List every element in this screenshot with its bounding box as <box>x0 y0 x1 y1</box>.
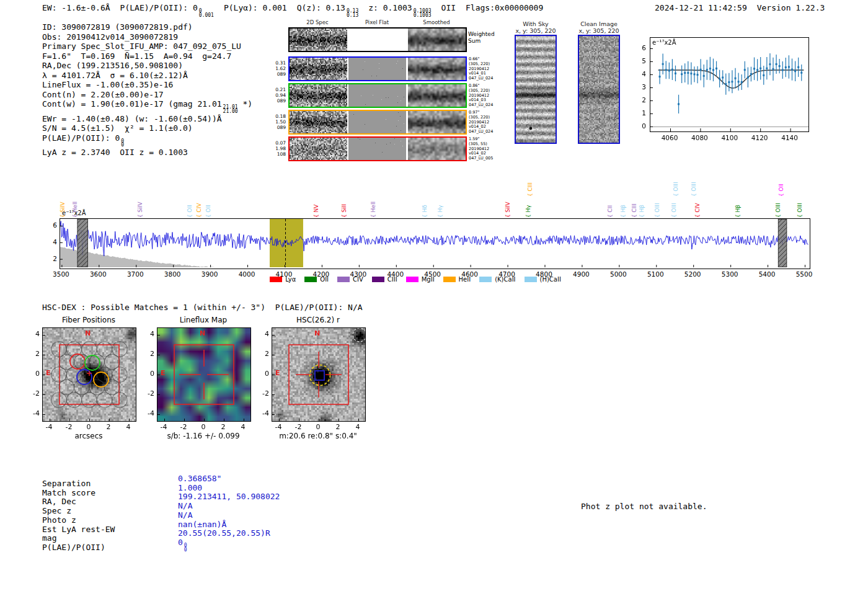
fit-x-tick-label: 4120 <box>750 134 769 141</box>
cutout-x-tick-label: 4 <box>350 423 365 431</box>
emission-line-label: { OIII <box>797 203 803 218</box>
full-spectrum-frame <box>60 218 810 269</box>
emission-line-label: { HeII <box>72 202 78 218</box>
spec2d-image <box>290 138 347 160</box>
emission-line-label: { OII <box>778 184 784 197</box>
emission-line-label: { SiIV <box>137 202 143 218</box>
cutout-x-tick-label: -2 <box>291 423 306 431</box>
spectrum-x-tick-label: 3700 <box>124 270 146 278</box>
legend-label: CIII <box>388 276 397 283</box>
spec2d-cell <box>408 58 466 80</box>
right-label-line: 047_LU_024 <box>469 103 506 108</box>
lineflux_map-canvas <box>157 328 250 421</box>
emission-line-label: { Hβ <box>639 205 645 218</box>
cutout-x-tick-label: 0 <box>311 423 326 431</box>
match-row-value-text: 20.55(20.55,20.55)R <box>178 528 270 538</box>
spec2d-cell <box>348 58 406 80</box>
timestamp-version: 2024-12-21 11:42:59Version 1.22.3 <box>655 3 825 13</box>
info-line: S/N = 4.5(±1.5) χ² = 1.1(±0.0) <box>42 123 252 133</box>
match-row-label: Separation <box>42 479 115 489</box>
cutout-x-tick-label: -2 <box>61 423 76 431</box>
spec2d-row <box>288 56 467 81</box>
compass-east-label: E <box>161 369 166 377</box>
compass-east-label: E <box>275 369 280 377</box>
info-line-text: λ = 4101.72Å σ = 6.10(±2.12)Å <box>42 71 188 80</box>
legend-label: OII <box>320 276 329 283</box>
pixel-flat-image <box>348 29 406 51</box>
emission-line-label: { SiII <box>341 204 347 218</box>
spec2d-image <box>290 84 347 107</box>
emission-line-label: { SiIV <box>505 202 511 218</box>
left-label-line: 0.21 <box>270 87 286 92</box>
match-row-value-text: 0 <box>178 538 183 547</box>
spectrum-x-tick-label: 5100 <box>644 270 666 278</box>
match-row-label: Spec z <box>42 507 115 516</box>
spectrum-legend: LyαOIICIVCIIIMgIIHeII(K)CaII(H)CaII <box>217 276 614 283</box>
info-line: Obs: 20190412v014_3090072819 <box>42 32 252 42</box>
sub-value: 0.1003 <box>414 14 432 18</box>
info-line: Cont(w) = 1.90(±0.01)e-17 (gmag 21.0121.… <box>42 99 252 114</box>
fit-x-tick-label: 4140 <box>781 134 799 141</box>
info-line-text: ID: 3090072819 (3090072819.pdf) <box>42 22 193 32</box>
fit-x-tick-label: 4060 <box>660 134 679 141</box>
info-line: Primary Spec_Slot_IFU_AMP: 047_092_075_L… <box>42 42 252 51</box>
fit-x-tick-label: 4080 <box>690 134 709 141</box>
cutout-x-tick-label: -4 <box>156 423 171 431</box>
info-line-text: P(LAE)/P(OII): 0 <box>42 133 120 143</box>
legend-swatch <box>525 277 537 282</box>
match-row-label: Photo z <box>42 516 115 525</box>
spec2d-cell <box>408 29 466 51</box>
left-label-line: 108 <box>270 151 286 157</box>
info-line: LineFlux = -1.00(±0.35)e-16 <box>42 80 252 90</box>
spec2d-left-label: 0.071.98108 <box>270 140 286 157</box>
legend-item: (H)CaII <box>525 276 561 283</box>
compass-north-label: N <box>314 329 320 337</box>
info-line: LyA z = 2.3740 OII z = 0.1003 <box>42 148 252 158</box>
match-row-value-text: 199.213411, 50.908022 <box>178 492 280 501</box>
emission-line-label: { OIII <box>654 203 660 218</box>
emission-line-label: { SiIV <box>60 202 66 218</box>
legend-label: CIV <box>353 276 363 283</box>
cutout-y-tick-label: -2 <box>25 389 40 398</box>
header-part: Q(z): 0.130.130.13 <box>297 3 359 12</box>
weighted-sum-line: Weighted <box>468 31 495 38</box>
header-part: P(LAE)/P(OII): 000.001 <box>120 3 214 12</box>
fit-x-tick-label: 4100 <box>720 134 739 141</box>
cutout-y-tick-label: 2 <box>254 350 269 358</box>
cutout-frame <box>42 327 136 422</box>
fit-y-tick-label: 3 <box>637 83 646 91</box>
legend-swatch <box>372 277 384 282</box>
spectrum-y-tick-label: 4 <box>48 238 57 246</box>
fit-y-tick-label: 1 <box>637 109 646 117</box>
fit-y-tick-label: 6 <box>637 44 646 51</box>
fit-y-tick-label: 0 <box>637 122 646 130</box>
spec2d-row <box>288 136 467 161</box>
info-line: F=1.6" T=0.169 N̄=1.15 A=0.94 g=24.7 <box>42 51 252 61</box>
emission-line-label: { OII <box>187 205 193 218</box>
fit-plot-units-annotation: e⁻¹⁷x2Å <box>652 39 676 46</box>
weighted-sum-label: WeightedSum <box>468 31 495 44</box>
cutout-x-axis-label: m:20.6 re:0.8" s:0.4" <box>265 432 371 440</box>
sky-panel-coords: x, y: 305, 220 <box>568 27 630 34</box>
header-part-text: Flags:0x00000009 <box>466 3 543 12</box>
pixel-flat-image <box>348 58 406 80</box>
match-row-value: 1.000 <box>178 484 280 493</box>
fit-y-tick-label: 4 <box>637 70 646 78</box>
legend-item: OII <box>304 276 329 283</box>
spec2d-left-label: 0.210.94089 <box>270 87 286 104</box>
sky-panel-title: Clean Image <box>568 20 630 27</box>
sup-sub-stack: 21.0121.00 <box>223 105 238 114</box>
cutout-title: Lineflux Map <box>157 316 250 324</box>
left-label-line: 089 <box>270 98 286 104</box>
cutout-title: Fiber Positions <box>42 316 135 324</box>
spec2d-left-label: 0.311.62089 <box>270 60 286 77</box>
clean-image-box <box>578 35 620 144</box>
legend-label: MgII <box>422 276 435 283</box>
emission-line-label: { Hγ <box>437 205 443 218</box>
left-label-line: 089 <box>270 125 286 130</box>
smoothed-image <box>408 138 466 160</box>
sup-sub-stack: 00 <box>121 140 124 148</box>
right-label-line: 047_LU_024 <box>469 130 506 135</box>
match-row-value-text: N/A <box>178 501 192 510</box>
spec2d-cell <box>348 84 406 107</box>
